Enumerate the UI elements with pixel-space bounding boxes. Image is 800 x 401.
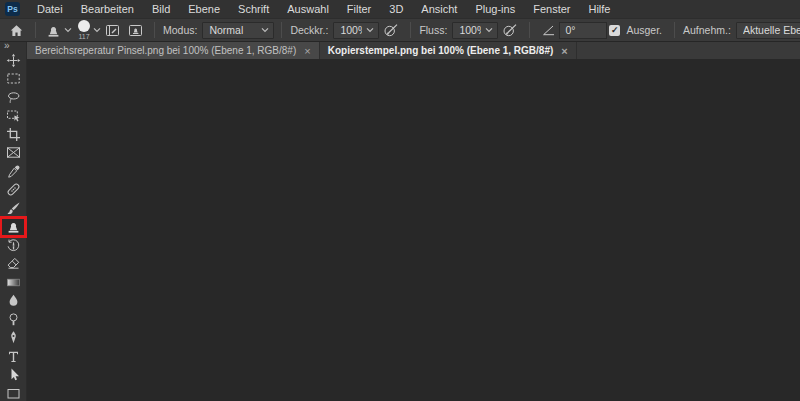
opacity-label: Deckkr.:: [290, 24, 328, 36]
chevron-down-icon: [485, 27, 493, 33]
sample-label: Aufnehm.:: [683, 24, 731, 36]
menu-bearbeiten[interactable]: Bearbeiten: [72, 0, 143, 18]
options-separator: [35, 22, 36, 38]
type-icon: [6, 349, 21, 364]
tool-clone-stamp[interactable]: [0, 218, 26, 237]
crop-icon: [6, 127, 21, 142]
clone-source-panel-icon: [128, 23, 143, 38]
tools-panel: »: [0, 42, 27, 401]
close-icon[interactable]: ×: [561, 46, 567, 56]
opacity-pressure-button[interactable]: [379, 19, 403, 41]
tool-spot-healing-brush[interactable]: [0, 181, 26, 200]
eraser-icon: [6, 256, 21, 271]
document-tab-bar: Bereichsreperatur Pinsel.png bei 100% (E…: [27, 42, 800, 59]
opacity-select[interactable]: 100%: [333, 22, 379, 39]
lasso-icon: [6, 90, 21, 105]
clone-stamp-icon: [46, 23, 61, 38]
tab-title: Kopierstempel.png bei 100% (Ebene 1, RGB…: [328, 45, 554, 56]
airbrush-pressure-icon: [383, 23, 399, 38]
tool-dodge[interactable]: [0, 310, 26, 329]
tool-eyedropper[interactable]: [0, 162, 26, 181]
tool-options-bar: 117 Modus: Normal Deckkr.: 100% Fluss: 1…: [0, 18, 800, 42]
options-separator: [154, 22, 155, 38]
brush-panel-icon: [105, 23, 120, 38]
chevron-down-icon: [64, 27, 72, 33]
toolbar-expand-button[interactable]: »: [0, 42, 26, 49]
workspace: »: [0, 42, 800, 401]
angle-input[interactable]: 0°: [559, 22, 607, 39]
toggle-clone-source-button[interactable]: [124, 19, 147, 41]
brush-size-value: 117: [78, 33, 89, 40]
options-separator: [281, 22, 282, 38]
tab-bereichsreperatur-pinsel[interactable]: Bereichsreperatur Pinsel.png bei 100% (E…: [27, 42, 320, 59]
mode-select[interactable]: Normal: [202, 22, 274, 39]
pen-icon: [6, 330, 21, 345]
menu-bar: Ps Datei Bearbeiten Bild Ebene Schrift A…: [0, 0, 800, 18]
marquee-icon: [6, 71, 21, 86]
brush-icon: [6, 201, 21, 216]
water-drop-icon: [6, 293, 21, 308]
move-icon: [6, 53, 21, 68]
tool-frame[interactable]: [0, 144, 26, 163]
tab-title: Bereichsreperatur Pinsel.png bei 100% (E…: [35, 45, 296, 56]
tool-blur[interactable]: [0, 292, 26, 311]
tool-gradient[interactable]: [0, 273, 26, 292]
angle-icon: [537, 19, 559, 41]
menu-filter[interactable]: Filter: [338, 0, 380, 18]
chevron-down-icon: [366, 27, 374, 33]
clone-stamp-icon: [6, 219, 21, 234]
tool-path-selection[interactable]: [0, 366, 26, 385]
airbrush-toggle-button[interactable]: [498, 19, 522, 41]
tab-kopierstempel[interactable]: Kopierstempel.png bei 100% (Ebene 1, RGB…: [320, 42, 577, 59]
tool-preset-picker[interactable]: [43, 23, 75, 38]
brush-preset-picker[interactable]: 117: [78, 20, 90, 40]
document-area: Bereichsreperatur Pinsel.png bei 100% (E…: [27, 42, 800, 401]
rectangle-icon: [6, 386, 21, 401]
menu-fenster[interactable]: Fenster: [524, 0, 579, 18]
menu-3d[interactable]: 3D: [380, 0, 412, 18]
menu-ebene[interactable]: Ebene: [179, 0, 229, 18]
tool-rectangle[interactable]: [0, 384, 26, 401]
tool-type[interactable]: [0, 347, 26, 366]
brush-tip-preview: [78, 20, 90, 32]
tool-history-brush[interactable]: [0, 236, 26, 255]
tool-brush[interactable]: [0, 199, 26, 218]
options-separator: [410, 22, 411, 38]
chevron-down-icon[interactable]: [93, 27, 101, 33]
tool-move[interactable]: [0, 51, 26, 70]
menu-datei[interactable]: Datei: [28, 0, 72, 18]
tool-pen[interactable]: [0, 329, 26, 348]
airbrush-icon: [502, 23, 518, 38]
photoshop-logo: Ps: [5, 2, 20, 16]
close-icon[interactable]: ×: [304, 46, 310, 56]
flow-select[interactable]: 100%: [452, 22, 498, 39]
gradient-icon: [6, 275, 21, 290]
menu-bild[interactable]: Bild: [143, 0, 179, 18]
options-separator: [674, 22, 675, 38]
menu-ansicht[interactable]: Ansicht: [412, 0, 466, 18]
tool-rectangular-marquee[interactable]: [0, 70, 26, 89]
sample-select[interactable]: Aktuelle Ebene: [736, 22, 800, 39]
tool-list: [0, 51, 26, 401]
tool-crop[interactable]: [0, 125, 26, 144]
opacity-value: 100%: [340, 24, 362, 36]
frame-icon: [6, 145, 21, 160]
toggle-brush-settings-button[interactable]: [101, 19, 124, 41]
options-separator: [529, 22, 530, 38]
tool-object-selection[interactable]: [0, 107, 26, 126]
mode-label: Modus:: [163, 24, 197, 36]
sample-value: Aktuelle Ebene: [743, 24, 800, 36]
spot-healing-icon: [6, 182, 21, 197]
mode-value: Normal: [209, 24, 257, 36]
aligned-checkbox[interactable]: ✓: [609, 25, 620, 36]
tool-eraser[interactable]: [0, 255, 26, 274]
canvas[interactable]: [27, 59, 800, 401]
menu-plugins[interactable]: Plug-ins: [466, 0, 524, 18]
menu-schrift[interactable]: Schrift: [229, 0, 278, 18]
home-icon: [9, 23, 24, 38]
tool-lasso[interactable]: [0, 88, 26, 107]
menu-hilfe[interactable]: Hilfe: [579, 0, 619, 18]
menu-auswahl[interactable]: Auswahl: [278, 0, 338, 18]
flow-label: Fluss:: [419, 24, 447, 36]
home-button[interactable]: [5, 19, 28, 41]
